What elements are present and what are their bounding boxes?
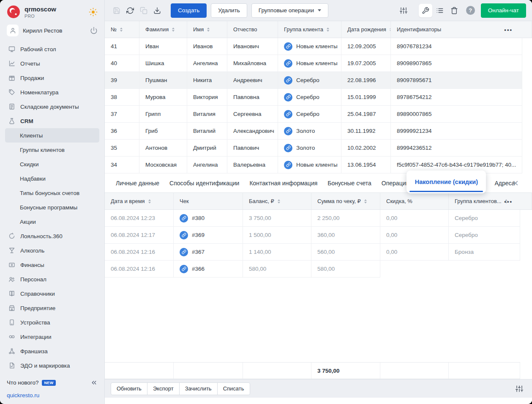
sort-icon[interactable] xyxy=(148,199,151,203)
client-group-cell: Золото xyxy=(278,123,341,140)
sidebar-item-7[interactable]: Группы клиентов xyxy=(5,143,99,157)
refresh-button[interactable]: Обновить xyxy=(111,382,147,395)
logout-power-icon[interactable] xyxy=(90,27,98,34)
tab-2[interactable]: Контактная информация xyxy=(249,180,317,187)
sort-icon[interactable] xyxy=(172,27,175,32)
create-button[interactable]: Создать xyxy=(171,3,207,18)
link-icon[interactable] xyxy=(284,59,292,68)
online-chat-button[interactable]: Онлайн-чат xyxy=(481,3,526,18)
sidebar-item-5[interactable]: CRM xyxy=(5,114,99,128)
operation-datetime-cell: 06.08.2024 12:23 xyxy=(105,210,174,227)
operation-balance-cell: 1 500,00 xyxy=(243,227,311,244)
operation-row-1[interactable]: 06.08.2024 12:17#3691 500,00360,000,00Се… xyxy=(105,227,520,244)
link-icon[interactable] xyxy=(180,248,188,256)
refresh-icon[interactable] xyxy=(123,4,137,17)
tools-icon[interactable] xyxy=(419,4,432,17)
operations-column-header-5[interactable]: Группа клиентов... xyxy=(449,193,532,209)
group-operations-button[interactable]: Групповые операции xyxy=(251,3,328,18)
link-icon[interactable] xyxy=(284,76,292,85)
close-panel-icon[interactable]: × xyxy=(510,178,521,188)
delete-button[interactable]: Удалить xyxy=(211,3,247,18)
whats-new-link[interactable]: Что нового? NEW xyxy=(0,377,104,388)
clients-column-header-2[interactable]: Имя xyxy=(187,21,227,38)
sidebar-item-19[interactable]: Устройства xyxy=(5,315,99,330)
client-lastname-cell: Иван xyxy=(139,38,187,55)
column-settings-sliders-icon[interactable] xyxy=(397,4,410,17)
accrue-button[interactable]: Зачислить xyxy=(179,382,218,395)
sidebar-item-6[interactable]: Клиенты xyxy=(5,128,99,143)
sidebar-item-2[interactable]: Продажи xyxy=(5,71,99,85)
clients-column-header-5[interactable]: Дата рождения xyxy=(341,21,391,38)
operations-column-header-3[interactable]: Сумма по чеку, ₽ xyxy=(311,193,380,209)
help-icon[interactable]: ? xyxy=(466,6,475,15)
sidebar-item-21[interactable]: Франшиза xyxy=(5,344,99,358)
operation-row-3[interactable]: 06.08.2024 12:16#366580,00580,00 xyxy=(105,261,520,278)
tab-active[interactable]: Накопление (скидки) xyxy=(407,170,486,193)
tab-1[interactable]: Способы идентификации xyxy=(169,180,239,187)
client-row-36[interactable]: 36ГрибВиталийАлександровичЗолото30.11.19… xyxy=(105,123,522,140)
clients-column-header-0[interactable]: № xyxy=(105,21,139,38)
client-group-label: Новые клиенты xyxy=(296,43,338,49)
export-download-icon[interactable] xyxy=(150,4,164,17)
clients-columns-menu-icon[interactable]: ••• xyxy=(504,26,513,33)
tab-0[interactable]: Личные данные xyxy=(116,180,159,187)
sort-icon[interactable] xyxy=(364,199,367,203)
sidebar-item-3[interactable]: Номенклатура xyxy=(5,85,99,99)
sidebar-item-9[interactable]: Надбавки xyxy=(5,171,99,186)
sort-icon[interactable] xyxy=(278,199,280,203)
sort-icon[interactable] xyxy=(327,27,329,32)
operations-columns-menu-icon[interactable]: ••• xyxy=(504,198,513,204)
sidebar-item-16[interactable]: Персонал xyxy=(5,272,99,286)
list-view-icon[interactable] xyxy=(433,4,447,17)
tab-3[interactable]: Бонусные счета xyxy=(327,180,371,187)
link-icon[interactable] xyxy=(180,265,188,273)
link-icon[interactable] xyxy=(284,144,292,152)
operations-column-header-2[interactable]: Баланс, ₽ xyxy=(243,193,311,209)
link-icon[interactable] xyxy=(284,110,292,118)
sidebar-item-10[interactable]: Типы бонусных счетов xyxy=(5,186,99,200)
sidebar-item-4[interactable]: Складские документы xyxy=(5,99,99,114)
operations-column-header-0[interactable]: Дата и время xyxy=(105,193,174,209)
site-link[interactable]: quickresto.ru xyxy=(7,392,39,399)
clients-column-header-4[interactable]: Группа клиента xyxy=(278,21,341,38)
detail-sliders-icon[interactable] xyxy=(513,382,526,396)
link-icon[interactable] xyxy=(284,127,292,135)
sidebar-item-label: Рабочий стол xyxy=(20,46,56,52)
sort-icon[interactable] xyxy=(207,27,210,32)
trash-icon[interactable] xyxy=(447,4,461,17)
operation-row-2[interactable]: 06.08.2024 12:16#3671 140,00560,000,00Бр… xyxy=(105,244,520,261)
sidebar-item-1[interactable]: Отчеты xyxy=(5,56,99,71)
operation-row-0[interactable]: 06.08.2024 12:23#3803 750,002 250,000,00… xyxy=(105,210,520,227)
sidebar-item-18[interactable]: Предприятие xyxy=(5,301,99,315)
client-row-38[interactable]: 38МуроваВикторияПавловнаСеребро15.01.199… xyxy=(105,89,522,106)
clients-column-header-1[interactable]: Фамилия xyxy=(139,21,187,38)
sidebar-item-22[interactable]: ЭДО и маркировка xyxy=(5,358,99,373)
sidebar-item-20[interactable]: Интеграции xyxy=(5,330,99,344)
export-button[interactable]: Экспорт xyxy=(147,382,180,395)
client-row-40[interactable]: 40ШишкаАнгелинаМихайловнаНовые клиенты19… xyxy=(105,55,522,72)
client-row-35[interactable]: 35АнтоновДмитрийПавловичЗолото10.02.2002… xyxy=(105,140,522,157)
link-icon[interactable] xyxy=(180,231,188,239)
sidebar-item-15[interactable]: Финансы xyxy=(5,258,99,272)
sidebar-item-14[interactable]: Алкоголь xyxy=(5,243,99,258)
link-icon[interactable] xyxy=(284,161,292,169)
link-icon[interactable] xyxy=(284,93,292,102)
link-icon[interactable] xyxy=(180,214,188,223)
theme-toggle-sun-icon[interactable] xyxy=(89,8,98,16)
client-group-label: Золото xyxy=(296,128,315,134)
sort-icon[interactable] xyxy=(120,27,123,32)
link-icon[interactable] xyxy=(284,42,292,51)
sidebar-item-13[interactable]: Лояльность.360 xyxy=(5,229,99,243)
sidebar-item-8[interactable]: Скидки xyxy=(5,157,99,171)
client-row-37[interactable]: 37ГриппВиталияСергеевнаСеребро25.04.1987… xyxy=(105,106,522,123)
sidebar-item-0[interactable]: Рабочий стол xyxy=(5,42,99,56)
sidebar-item-12[interactable]: Акции xyxy=(5,214,99,229)
current-user[interactable]: Кирилл Рестов xyxy=(0,21,104,39)
crm-icon xyxy=(8,118,15,124)
sidebar-item-17[interactable]: Справочники xyxy=(5,286,99,301)
sidebar-item-11[interactable]: Бонусные программы xyxy=(5,200,99,214)
writeoff-button[interactable]: Списать xyxy=(217,382,250,395)
collapse-sidebar-icon[interactable] xyxy=(90,379,98,386)
client-row-41[interactable]: 41ИванИвановИвановичНовые клиенты12.09.2… xyxy=(105,38,522,55)
client-row-39[interactable]: 39ПушманНикитаАндреевичСеребро22.08.1996… xyxy=(105,72,522,89)
